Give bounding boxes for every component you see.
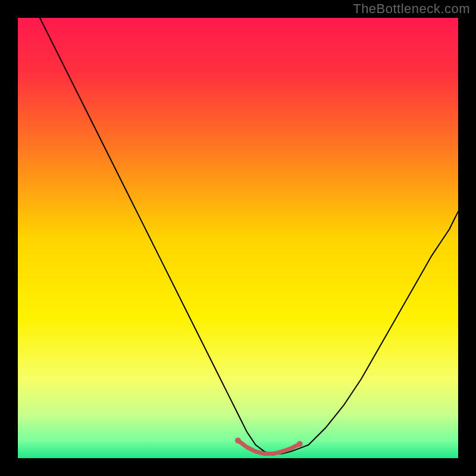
gradient-background [18, 18, 458, 458]
watermark-text: TheBottleneck.com [353, 1, 470, 17]
chart-svg [18, 18, 458, 458]
chart-frame: TheBottleneck.com [0, 0, 476, 476]
plot-area [18, 18, 458, 458]
highlight-dot [235, 437, 241, 443]
highlight-dot [297, 441, 303, 447]
